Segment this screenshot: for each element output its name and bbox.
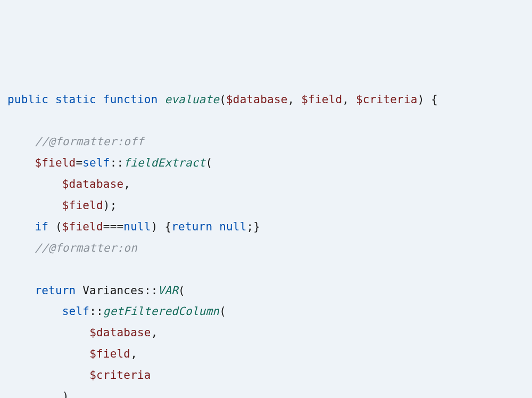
semicolon-brace: ;} [247, 220, 261, 233]
scope-op: :: [110, 156, 124, 169]
arg-criteria: $criteria [89, 369, 151, 382]
arg-database: $database [62, 178, 124, 190]
method-getFilteredColumn: getFilteredColumn [103, 305, 219, 318]
param-field: $field [301, 93, 342, 106]
paren-open: ( [55, 220, 62, 233]
comment-formatter-on: //@formatter:on [35, 242, 137, 254]
code-line-7: if ($field===null) {return null;} [7, 217, 525, 238]
self-ref: self [62, 305, 89, 318]
var-field: $field [35, 156, 76, 169]
class-variances: Variances [82, 284, 144, 297]
code-line-10: return Variances::VAR( [7, 280, 525, 302]
null-literal: null [219, 220, 246, 233]
param-criteria: $criteria [356, 93, 418, 106]
code-line-blank [7, 110, 525, 131]
paren-close: ) [418, 93, 425, 106]
paren-close: ) [62, 390, 69, 398]
code-line-12: $database, [7, 322, 525, 344]
brace-open: { [431, 93, 438, 106]
scope-op: :: [144, 284, 158, 297]
comma: , [288, 93, 295, 106]
code-block[interactable]: public static function evaluate($databas… [7, 89, 525, 398]
comma: , [151, 326, 158, 339]
code-line-1: public static function evaluate($databas… [7, 89, 525, 111]
keyword-function: function [103, 93, 158, 106]
comma: , [342, 93, 349, 106]
var-field: $field [62, 220, 103, 233]
code-line-13: $field, [7, 344, 525, 365]
paren-open: ( [178, 284, 185, 297]
paren-close: ) [151, 220, 158, 233]
keyword-return: return [171, 220, 212, 233]
comment-formatter-off: //@formatter:off [35, 135, 144, 148]
paren-close: ); [103, 199, 117, 212]
identity-op: === [103, 220, 124, 233]
param-database: $database [226, 93, 288, 106]
self-ref: self [82, 156, 110, 169]
code-line-blank [7, 259, 525, 280]
code-line-8: //@formatter:on [7, 238, 525, 259]
assign-op: = [76, 156, 82, 169]
comma: , [130, 347, 137, 360]
null-literal: null [123, 220, 151, 233]
code-line-3: //@formatter:off [7, 131, 525, 153]
paren-open: ( [219, 305, 226, 318]
keyword-static: static [55, 93, 96, 106]
brace-open: { [164, 220, 171, 233]
method-var: VAR [158, 284, 179, 297]
scope-op: :: [89, 305, 103, 318]
paren-open: ( [219, 93, 226, 106]
code-line-11: self::getFilteredColumn( [7, 301, 525, 322]
paren-open: ( [205, 156, 212, 169]
arg-field: $field [89, 347, 130, 360]
arg-field: $field [62, 199, 103, 212]
comma: , [123, 178, 130, 190]
keyword-if: if [35, 220, 48, 233]
code-line-4: $field=self::fieldExtract( [7, 153, 525, 174]
function-name: evaluate [164, 93, 219, 106]
code-line-6: $field); [7, 195, 525, 217]
keyword-public: public [7, 93, 48, 106]
keyword-return: return [35, 284, 76, 297]
arg-database: $database [89, 326, 151, 339]
code-line-15: ) [7, 386, 525, 398]
code-line-5: $database, [7, 174, 525, 195]
method-fieldExtract: fieldExtract [123, 156, 205, 169]
code-line-14: $criteria [7, 365, 525, 386]
